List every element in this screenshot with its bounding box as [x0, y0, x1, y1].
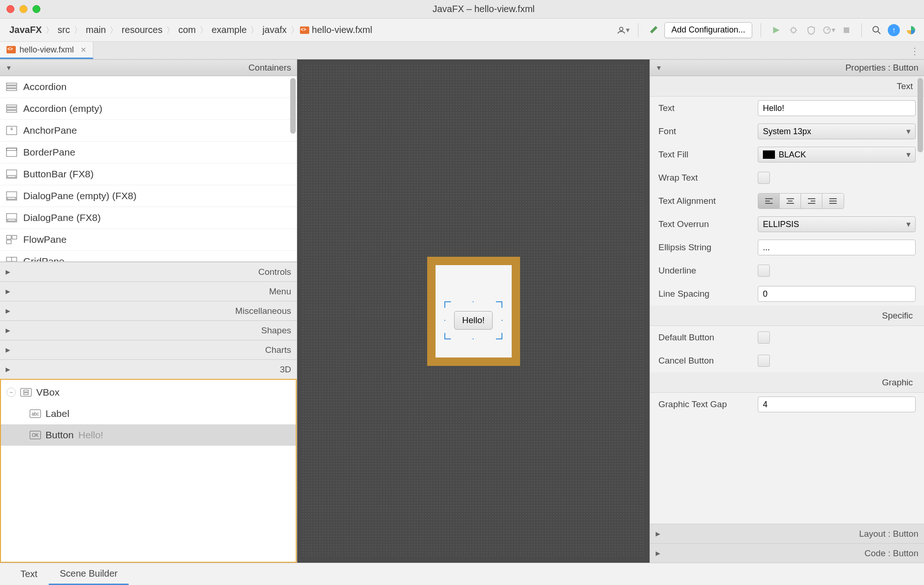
align-right-button[interactable] [801, 194, 822, 208]
profiler-icon[interactable]: ▾ [822, 24, 835, 37]
breadcrumb-item[interactable]: resources [119, 25, 165, 35]
selection-handle[interactable] [473, 333, 474, 339]
containers-list[interactable]: Accordion Accordion (empty) AnchorPane B… [0, 76, 297, 262]
traffic-light-fullscreen[interactable] [33, 5, 40, 13]
selection-handle[interactable] [444, 333, 451, 339]
breadcrumb-project[interactable]: JavaFX [7, 25, 45, 35]
hierarchy-panel[interactable]: − VBox abc Label OK Button Hello! [0, 379, 297, 563]
canvas-hello-button[interactable]: Hello! [454, 311, 493, 330]
library-section-misc[interactable]: ▶Miscellaneous [0, 301, 297, 320]
close-tab-icon[interactable]: ✕ [80, 46, 86, 54]
prop-combo-font[interactable]: System 13px [758, 124, 916, 139]
search-icon[interactable] [870, 24, 883, 37]
align-left-button[interactable] [758, 194, 780, 208]
tabs-menu-icon[interactable]: ⋮ [910, 46, 919, 57]
svg-rect-14 [7, 176, 16, 177]
prop-check-cancel-btn[interactable] [758, 355, 770, 367]
fxml-file-icon [300, 26, 309, 34]
library-item-anchorpane[interactable]: AnchorPane [0, 120, 297, 142]
hierarchy-root-vbox[interactable]: − VBox [1, 382, 296, 403]
bottom-tab-text[interactable]: Text [9, 563, 49, 585]
file-tab-active[interactable]: hello-view.fxml ✕ [0, 42, 93, 59]
library-item-gridpane[interactable]: GridPane [0, 251, 297, 262]
collapse-arrow-icon[interactable]: ▼ [6, 64, 12, 72]
text-align-group [758, 193, 844, 209]
breadcrumb-item[interactable]: com [176, 25, 199, 35]
jetbrains-toolbox-icon[interactable] [904, 24, 917, 37]
library-section-charts[interactable]: ▶Charts [0, 340, 297, 359]
library-item-accordion[interactable]: Accordion [0, 76, 297, 98]
inspector-panel: ▼ Properties : Button Text Text FontSyst… [650, 59, 924, 563]
breadcrumb-item[interactable]: main [83, 25, 109, 35]
selection-handle[interactable] [444, 301, 451, 308]
library-item-dialogpane[interactable]: DialogPane (FX8) [0, 207, 297, 229]
library-section-controls[interactable]: ▶Controls [0, 262, 297, 281]
prop-input-linespacing[interactable] [758, 286, 916, 302]
selection-handle[interactable] [496, 333, 502, 339]
canvas-vbox[interactable]: Hello! [427, 257, 520, 366]
bottom-tab-scene-builder[interactable]: Scene Builder [49, 563, 129, 585]
tree-expand-icon[interactable]: − [7, 388, 16, 397]
breadcrumb-file[interactable]: hello-view.fxml [309, 25, 375, 35]
window-title: JavaFX – hello-view.fxml [50, 4, 917, 14]
scrollbar-thumb[interactable] [290, 78, 296, 134]
layout-section-header[interactable]: ▶Layout : Button [650, 524, 924, 543]
library-section-3d[interactable]: ▶3D [0, 359, 297, 379]
traffic-light-close[interactable] [7, 5, 14, 13]
breadcrumb-item[interactable]: example [209, 25, 250, 35]
svg-rect-13 [7, 170, 17, 178]
stop-icon[interactable] [840, 24, 853, 37]
svg-rect-16 [7, 197, 16, 199]
hammer-build-icon[interactable] [647, 24, 660, 37]
user-dropdown-icon[interactable]: ▾ [617, 24, 630, 37]
align-center-button[interactable] [780, 194, 801, 208]
prop-combo-overrun[interactable]: ELLIPSIS [758, 216, 916, 232]
library-item-buttonbar[interactable]: ButtonBar (FX8) [0, 163, 297, 185]
traffic-light-minimize[interactable] [20, 5, 27, 13]
breadcrumb[interactable]: JavaFX 〉 src 〉 main 〉 resources 〉 com 〉 … [7, 25, 375, 36]
library-section-shapes[interactable]: ▶Shapes [0, 320, 297, 340]
code-section-header[interactable]: ▶Code : Button [650, 543, 924, 563]
coverage-icon[interactable] [805, 24, 818, 37]
collapse-arrow-icon[interactable]: ▼ [656, 64, 662, 72]
properties-header[interactable]: ▼ Properties : Button [650, 59, 924, 76]
library-item-borderpane[interactable]: BorderPane [0, 142, 297, 163]
prop-label-wrap: Wrap Text [658, 173, 751, 183]
library-containers-header[interactable]: ▼ Containers [0, 59, 297, 76]
editor-tabs: hello-view.fxml ✕ ⋮ [0, 42, 924, 59]
prop-check-wrap[interactable] [758, 172, 770, 184]
selection-handle[interactable] [444, 320, 451, 321]
breadcrumb-item[interactable]: src [55, 25, 73, 35]
prop-check-underline[interactable] [758, 265, 770, 277]
selection-handle[interactable] [473, 301, 474, 308]
prop-group-graphic: Graphic [650, 372, 924, 393]
hierarchy-node-button[interactable]: OK Button Hello! [1, 424, 296, 446]
label-icon: abc [30, 410, 41, 418]
prop-label-textfill: Text Fill [658, 150, 751, 160]
library-item-flowpane[interactable]: FlowPane [0, 229, 297, 251]
prop-label-cancel-btn: Cancel Button [658, 356, 751, 366]
scrollbar-thumb[interactable] [917, 78, 923, 152]
debug-icon[interactable] [787, 24, 800, 37]
prop-label-font: Font [658, 126, 751, 136]
update-icon[interactable]: ↑ [888, 24, 900, 36]
prop-label-graphic-gap: Graphic Text Gap [658, 399, 751, 410]
library-item-dialogpane-empty[interactable]: DialogPane (empty) (FX8) [0, 185, 297, 207]
breadcrumb-item[interactable]: javafx [260, 25, 289, 35]
prop-combo-textfill[interactable]: BLACK [758, 147, 916, 162]
align-justify-button[interactable] [822, 194, 844, 208]
svg-rect-20 [12, 235, 17, 239]
run-icon[interactable] [769, 24, 782, 37]
prop-input-graphic-gap[interactable] [758, 396, 916, 412]
svg-rect-24 [24, 393, 28, 395]
library-section-menu[interactable]: ▶Menu [0, 281, 297, 301]
prop-input-text[interactable] [758, 100, 916, 116]
prop-input-ellipsis[interactable] [758, 240, 916, 255]
design-canvas[interactable]: Hello! [297, 59, 650, 563]
add-configuration-button[interactable]: Add Configuration... [664, 22, 752, 38]
selection-handle[interactable] [496, 301, 502, 308]
hierarchy-node-label[interactable]: abc Label [1, 403, 296, 424]
selection-handle[interactable] [496, 320, 502, 321]
prop-check-default-btn[interactable] [758, 332, 770, 344]
library-item-accordion-empty[interactable]: Accordion (empty) [0, 98, 297, 120]
